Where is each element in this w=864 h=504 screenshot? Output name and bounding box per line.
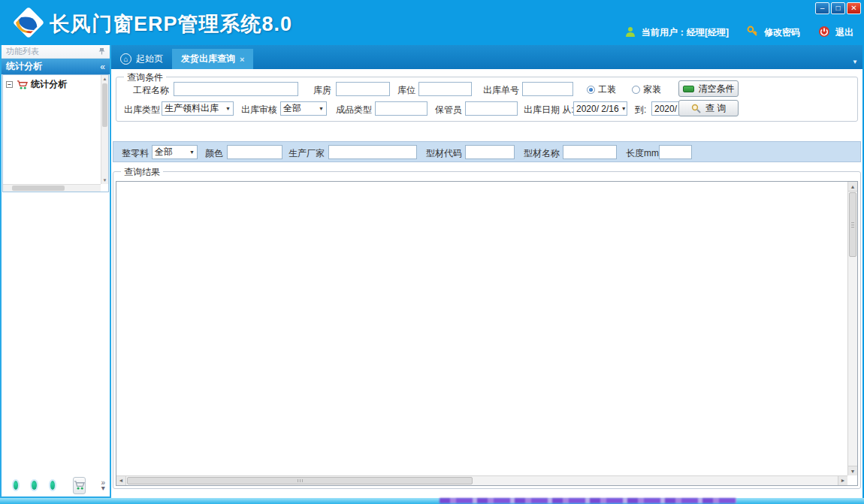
- results-grid-body: [116, 182, 847, 475]
- product-type-label: 成品类型: [336, 104, 372, 116]
- chevron-down-icon: ▼: [223, 106, 233, 111]
- scroll-down-icon[interactable]: ▼: [101, 177, 108, 184]
- profile-name-input[interactable]: [563, 145, 617, 159]
- location-input[interactable]: [418, 82, 472, 96]
- clear-conditions-button[interactable]: 清空条件: [678, 80, 739, 97]
- app-logo-icon: [12, 6, 45, 42]
- date-from-combo[interactable]: 2020/ 2/16▼: [573, 101, 627, 116]
- user-bar: 当前用户：经理[经理] 修改密码 退出: [624, 26, 853, 40]
- sidebar-section-header[interactable]: 统计分析 «: [2, 59, 110, 74]
- material-filter-row: 整零料 全部▼ 颜色 生产厂家 型材代码 型材名称 长度mm: [113, 141, 861, 162]
- project-name-input[interactable]: [174, 82, 298, 96]
- query-conditions-group: 查询条件 工程名称 库房 库位 出库单号 工装 家装: [116, 77, 858, 122]
- app-body: 功能列表 统计分析 « − 统计分析 ▲: [0, 45, 864, 498]
- audit-combo[interactable]: 全部▼: [280, 101, 327, 116]
- search-button[interactable]: 查 询: [678, 100, 739, 116]
- outbound-type-label: 出库类型: [124, 104, 160, 116]
- chevron-down-icon: ▼: [619, 106, 627, 111]
- outbound-type-combo[interactable]: 生产领料出库▼: [162, 101, 234, 116]
- profile-code-input[interactable]: [465, 145, 515, 159]
- chevron-down-icon: ▼: [316, 106, 326, 111]
- length-input[interactable]: [659, 145, 692, 159]
- scroll-down-icon[interactable]: ▼: [848, 466, 857, 475]
- vertical-scrollbar[interactable]: ▲ ▼: [847, 182, 857, 475]
- order-no-input[interactable]: [522, 82, 573, 96]
- tree-vertical-scrollbar[interactable]: ▲ ▼: [101, 75, 108, 184]
- horizontal-scrollbar[interactable]: ◄ ►: [116, 475, 847, 485]
- date-range-label: 出库日期 从:: [524, 104, 574, 116]
- audit-label: 出库审核: [241, 104, 277, 116]
- sidebar: 功能列表 统计分析 « − 统计分析 ▲: [0, 45, 111, 498]
- scroll-right-icon[interactable]: ►: [838, 476, 847, 485]
- minimize-button[interactable]: –: [815, 2, 829, 14]
- product-type-input[interactable]: [375, 101, 427, 116]
- tree-expand-icon[interactable]: −: [6, 81, 13, 88]
- main-area: ⌂ 起始页 发货出库查询 × ▼ 查询条件 工程名称 库房 库位: [111, 45, 862, 498]
- sidebar-panel-title: 功能列表: [2, 45, 110, 59]
- scrollbar-thumb[interactable]: [102, 83, 107, 127]
- scrollbar-thumb[interactable]: [12, 186, 65, 191]
- query-group-title: 查询条件: [124, 71, 166, 84]
- project-name-label: 工程名称: [133, 84, 169, 97]
- keeper-label: 保管员: [435, 104, 462, 116]
- circle-icon[interactable]: [32, 481, 36, 490]
- change-password-link[interactable]: 修改密码: [764, 26, 800, 39]
- maximize-button[interactable]: □: [831, 2, 845, 14]
- cart-shortcut-button[interactable]: [73, 477, 86, 494]
- logout-link[interactable]: 退出: [835, 26, 853, 39]
- order-no-label: 出库单号: [483, 84, 519, 97]
- function-tree: − 统计分析 ▲ ▼: [2, 74, 109, 192]
- status-censored-text: [440, 498, 736, 503]
- circle-icon[interactable]: [14, 481, 18, 490]
- manufacturer-label: 生产厂家: [289, 147, 325, 160]
- location-label: 库位: [397, 84, 415, 97]
- close-button[interactable]: ✕: [847, 2, 861, 14]
- scroll-up-icon[interactable]: ▲: [101, 75, 108, 83]
- cart-icon: [16, 80, 28, 90]
- scrollbar-thumb[interactable]: [127, 477, 473, 484]
- tab-close-icon[interactable]: ×: [240, 55, 244, 64]
- length-label: 长度mm: [626, 147, 659, 160]
- pin-icon[interactable]: [98, 47, 105, 56]
- power-icon: [818, 26, 830, 40]
- sidebar-menu: [2, 192, 110, 477]
- app-title: 长风门窗ERP管理系统8.0: [50, 11, 292, 38]
- radio-gongzhuang[interactable]: 工装: [587, 83, 616, 96]
- whole-part-label: 整零料: [122, 147, 149, 160]
- profile-name-label: 型材名称: [524, 147, 560, 160]
- keeper-input[interactable]: [465, 101, 518, 116]
- window-controls: – □ ✕: [815, 2, 861, 14]
- app-window: 长风门窗ERP管理系统8.0 当前用户：经理[经理] 修改密码 退出 – □ ✕: [0, 0, 864, 504]
- manufacturer-input[interactable]: [328, 145, 417, 159]
- tab-outbound-query[interactable]: 发货出库查询 ×: [172, 49, 253, 69]
- home-icon: ⌂: [120, 53, 131, 65]
- tab-home[interactable]: ⌂ 起始页: [111, 49, 172, 69]
- scroll-left-icon[interactable]: ◄: [116, 476, 126, 485]
- query-results-group: 查询结果 ▲ ▼: [113, 171, 861, 489]
- date-to-label: 到:: [635, 104, 646, 116]
- results-grid: ▲ ▼ ◄ ►: [116, 181, 858, 486]
- overflow-chevron[interactable]: »▾: [101, 480, 105, 490]
- warehouse-input[interactable]: [336, 82, 390, 96]
- radio-jiazhuang[interactable]: 家装: [632, 83, 661, 96]
- warehouse-label: 库房: [313, 84, 331, 97]
- key-icon: [747, 26, 759, 40]
- collapse-icon[interactable]: «: [100, 62, 105, 72]
- color-label: 颜色: [205, 147, 223, 160]
- tab-list-caret-icon[interactable]: ▼: [852, 59, 858, 65]
- current-user-label: 当前用户：经理[经理]: [642, 26, 729, 39]
- circle-icon[interactable]: [50, 481, 55, 490]
- radio-selected-icon[interactable]: [587, 86, 595, 94]
- scroll-up-icon[interactable]: ▲: [848, 182, 857, 192]
- whole-part-combo[interactable]: 全部▼: [152, 145, 198, 159]
- profile-code-label: 型材代码: [426, 147, 462, 160]
- page-content: 查询条件 工程名称 库房 库位 出库单号 工装 家装: [111, 69, 862, 498]
- user-icon: [624, 26, 636, 40]
- radio-unselected-icon[interactable]: [632, 86, 640, 94]
- title-bar: 长风门窗ERP管理系统8.0 当前用户：经理[经理] 修改密码 退出 – □ ✕: [0, 0, 864, 45]
- color-input[interactable]: [227, 145, 282, 159]
- scrollbar-thumb[interactable]: [849, 192, 856, 257]
- tree-root[interactable]: − 统计分析: [3, 75, 108, 92]
- tree-horizontal-scrollbar[interactable]: [3, 184, 101, 192]
- document-tabbar: ⌂ 起始页 发货出库查询 × ▼: [111, 45, 862, 69]
